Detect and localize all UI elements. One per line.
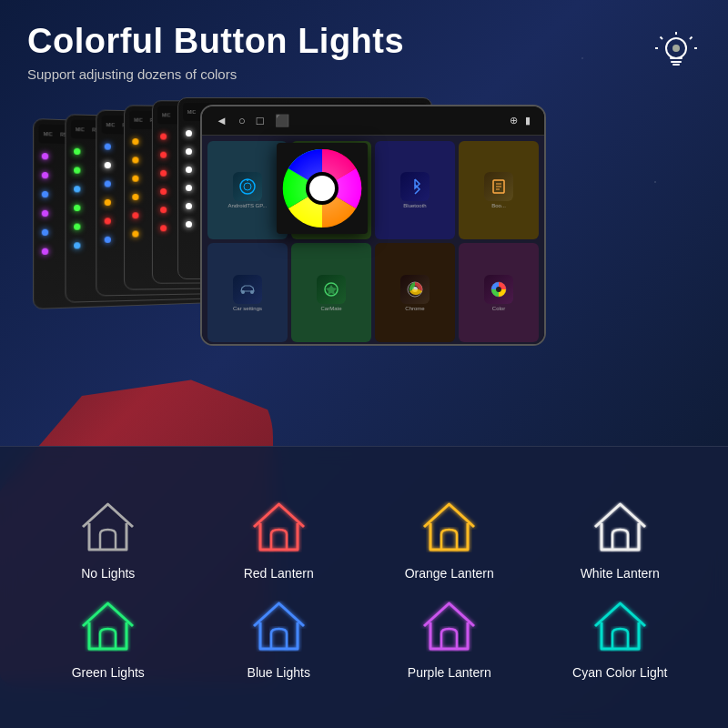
page-title: Colorful Button Lights [27,23,404,61]
orange-lantern-label: Orange Lantern [405,566,494,581]
color-option-green[interactable]: Green Lights [27,594,189,680]
color-option-purple[interactable]: Purple Lantern [369,594,531,680]
page-subtitle: Support adjusting dozens of colors [27,66,404,82]
nav-icons: ◄ ○ □ ⬛ [216,114,289,127]
green-lights-label: Green Lights [72,665,145,680]
no-lights-icon [72,495,145,559]
red-lantern-icon [242,495,315,559]
color-wheel-popup[interactable] [277,143,368,234]
no-lights-label: No Lights [81,566,135,581]
gps-icon: ⊕ [510,115,518,126]
svg-line-3 [690,36,693,39]
app-bluetooth-label: Bluetooth [403,203,426,208]
svg-point-22 [496,287,501,292]
color-option-white[interactable]: White Lantern [540,495,702,581]
status-bar: ⊕ ▮ [510,115,531,126]
color-option-red[interactable]: Red Lantern [198,495,360,581]
app-color-label: Color [492,306,505,311]
cyan-light-label: Cyan Color Light [572,665,667,680]
app-book-label: Boo... [491,203,506,208]
svg-point-17 [250,290,254,294]
main-tablet: ◄ ○ □ ⬛ ⊕ ▮ [200,105,546,346]
header: Colorful Button Lights Support adjusting… [0,0,728,91]
lightbulb-svg [653,30,699,76]
blue-lights-label: Blue Lights [248,665,310,680]
color-grid: No Lights Red Lantern [27,495,701,680]
green-lights-icon [72,594,145,658]
color-options-panel: No Lights Red Lantern [0,446,728,728]
app-car-settings-label: Car settings [233,306,262,311]
orange-lantern-icon [413,495,486,559]
blue-lights-icon [242,594,315,658]
color-option-orange[interactable]: Orange Lantern [369,495,531,581]
svg-point-16 [241,290,245,294]
main-content: Colorful Button Lights Support adjusting… [0,0,728,728]
device-showcase: MIC RST MIC RST [18,100,710,355]
tablets-stack: MIC RST MIC RST [18,105,710,350]
red-lantern-label: Red Lantern [244,566,314,581]
svg-line-2 [660,36,662,39]
app-color[interactable]: Color [459,243,539,342]
back-icon[interactable]: ◄ [216,114,228,127]
recent-icon[interactable]: □ [257,114,264,127]
tablet-nav-bar: ◄ ○ □ ⬛ ⊕ ▮ [202,106,544,136]
battery-icon: ▮ [525,115,531,126]
bulb-icon [651,27,701,77]
white-lantern-icon [583,495,656,559]
svg-point-25 [309,176,335,201]
app-carmate[interactable]: CarMate [291,243,371,342]
app-carmate-label: CarMate [320,306,341,311]
app-chrome-label: Chrome [405,306,424,311]
app-book[interactable]: Boo... [459,141,539,240]
app-chrome[interactable]: Chrome [375,243,455,342]
purple-lantern-icon [413,594,486,658]
purple-lantern-label: Purple Lantern [408,665,491,680]
cyan-light-icon [583,594,656,658]
app-bluetooth[interactable]: Bluetooth [375,141,455,240]
color-option-no-lights[interactable]: No Lights [27,495,189,581]
svg-point-6 [672,45,680,52]
app-androidts[interactable]: AndroidTS GP... [207,141,288,240]
app-car-settings[interactable]: Car settings [207,243,288,342]
menu-icon[interactable]: ⬛ [275,114,289,127]
white-lantern-label: White Lantern [581,566,660,581]
svg-point-7 [240,179,255,194]
color-wheel-svg [279,146,365,231]
app-grid: AndroidTS GP... APK inst... [202,136,544,346]
color-option-blue[interactable]: Blue Lights [198,594,360,680]
home-icon[interactable]: ○ [238,114,246,127]
svg-point-8 [244,183,251,190]
color-option-cyan[interactable]: Cyan Color Light [540,594,702,680]
header-left: Colorful Button Lights Support adjusting… [27,23,404,82]
app-androidts-label: AndroidTS GP... [228,203,268,208]
